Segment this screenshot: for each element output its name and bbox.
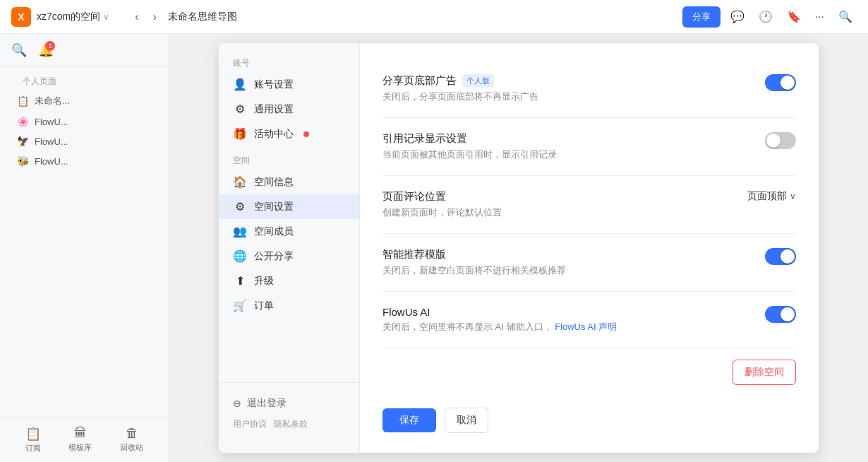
page-label: FlowU... bbox=[35, 136, 68, 147]
row-control bbox=[765, 74, 796, 91]
sidebar-item-activity-center[interactable]: 🎁 活动中心 bbox=[219, 122, 359, 146]
page-icon: 🐝 bbox=[17, 155, 29, 167]
forward-button[interactable]: › bbox=[147, 8, 162, 26]
page-title: 未命名思维导图 bbox=[168, 11, 237, 23]
logout-button[interactable]: ⊖ 退出登录 bbox=[233, 394, 345, 413]
personal-badge: 个人版 bbox=[462, 74, 494, 88]
delete-space-row: 删除空间 bbox=[382, 348, 796, 396]
nav-item-label: 升级 bbox=[254, 275, 274, 288]
nav-item-label: 公开分享 bbox=[254, 250, 294, 263]
smart-template-toggle[interactable] bbox=[765, 248, 796, 265]
sidebar-footer: 📋 订阅 🏛 模板库 🗑 回收站 bbox=[0, 417, 169, 462]
settings-row-citation: 引用记录显示设置 当前页面被其他页面引用时，显示引用记录 bbox=[382, 118, 796, 176]
bookmark-button[interactable]: 🔖 bbox=[783, 7, 805, 26]
share-button[interactable]: 分享 bbox=[682, 6, 721, 28]
orders-icon: 🛒 bbox=[233, 299, 247, 312]
list-item[interactable]: 🦅 FlowU... bbox=[11, 131, 157, 151]
list-item[interactable]: 📋 未命名... bbox=[11, 90, 157, 112]
row-info: 智能推荐模版 关闭后，新建空白页面将不进行相关模板推荐 bbox=[382, 248, 754, 277]
home-icon: 🏠 bbox=[233, 175, 247, 189]
page-label: 未命名... bbox=[35, 95, 70, 107]
sidebar-item-space-settings[interactable]: ⚙ 空间设置 bbox=[219, 194, 359, 219]
trash-icon: 🗑 bbox=[126, 426, 138, 441]
app-logo: X bbox=[11, 7, 31, 27]
logout-label: 退出登录 bbox=[247, 397, 287, 410]
sidebar-item-account-settings[interactable]: 👤 账号设置 bbox=[219, 72, 359, 97]
nav-item-label: 空间设置 bbox=[254, 201, 294, 213]
page-label: FlowU... bbox=[35, 117, 68, 127]
row-info: 页面评论位置 创建新页面时，评论默认位置 bbox=[382, 190, 736, 219]
nav-controls: ‹ › bbox=[129, 8, 162, 26]
page-label: FlowU... bbox=[35, 156, 68, 167]
history-button[interactable]: 🕐 bbox=[754, 7, 777, 26]
sidebar-search-button[interactable]: 🔍 bbox=[11, 42, 27, 58]
row-control bbox=[765, 248, 796, 265]
settings-row-share-ad: 分享页底部广告 个人版 关闭后，分享页面底部将不再显示广告 bbox=[382, 60, 796, 118]
delete-space-button[interactable]: 删除空间 bbox=[733, 360, 796, 385]
upgrade-icon: ⬆ bbox=[233, 274, 247, 288]
ai-declaration-link[interactable]: FlowUs AI 声明 bbox=[555, 321, 617, 332]
flowus-ai-toggle[interactable] bbox=[765, 306, 796, 323]
templates-icon: 🏛 bbox=[74, 426, 87, 441]
gear-icon: ⚙ bbox=[233, 102, 247, 116]
gift-icon: 🎁 bbox=[233, 127, 247, 141]
account-section: 账号 👤 账号设置 ⚙ 通用设置 🎁 活动中心 bbox=[219, 54, 359, 146]
list-item[interactable]: 🌸 FlowU... bbox=[11, 112, 157, 131]
sidebar-item-space-members[interactable]: 👥 空间成员 bbox=[219, 219, 359, 244]
back-button[interactable]: ‹ bbox=[129, 8, 144, 26]
footer-item-trash[interactable]: 🗑 回收站 bbox=[111, 423, 152, 456]
nav-item-label: 通用设置 bbox=[254, 103, 294, 116]
comment-position-select[interactable]: 页面顶部 ∨ bbox=[747, 190, 796, 203]
settings-icon: ⚙ bbox=[233, 200, 247, 213]
row-control bbox=[765, 132, 796, 149]
row-info: 分享页底部广告 个人版 关闭后，分享页面底部将不再显示广告 bbox=[382, 74, 754, 103]
members-icon: 👥 bbox=[233, 225, 247, 238]
agreement-link[interactable]: 用户协议 bbox=[233, 418, 267, 430]
citation-toggle[interactable] bbox=[765, 132, 796, 149]
search-button[interactable]: 🔍 bbox=[834, 7, 857, 26]
footer-item-orders[interactable]: 📋 订阅 bbox=[17, 423, 49, 456]
nav-item-label: 账号设置 bbox=[254, 78, 294, 91]
settings-row-flowus-ai: FlowUs AI 关闭后，空间里将不再显示 AI 辅助入口， FlowUs A… bbox=[382, 292, 796, 348]
user-icon: 👤 bbox=[233, 78, 247, 91]
settings-row-comment-position: 页面评论位置 创建新页面时，评论默认位置 页面顶部 ∨ bbox=[382, 176, 796, 234]
cancel-button[interactable]: 取消 bbox=[445, 408, 488, 433]
settings-row-smart-template: 智能推荐模版 关闭后，新建空白页面将不进行相关模板推荐 bbox=[382, 234, 796, 292]
chevron-down-icon: ∨ bbox=[790, 191, 796, 201]
row-desc: 关闭后，新建空白页面将不进行相关模板推荐 bbox=[382, 264, 754, 277]
list-item[interactable]: 🐝 FlowU... bbox=[11, 151, 157, 171]
footer-item-templates[interactable]: 🏛 模板库 bbox=[60, 423, 100, 456]
footer-item-label: 订阅 bbox=[25, 443, 41, 454]
sidebar-item-upgrade[interactable]: ⬆ 升级 bbox=[219, 268, 359, 293]
row-info: 引用记录显示设置 当前页面被其他页面引用时，显示引用记录 bbox=[382, 132, 754, 161]
workspace-name[interactable]: xz7com的空间 ∨ bbox=[37, 11, 109, 23]
page-icon: 🦅 bbox=[17, 136, 29, 147]
privacy-link[interactable]: 隐私条款 bbox=[274, 418, 308, 430]
space-section: 空间 🏠 空间信息 ⚙ 空间设置 👥 空间成员 bbox=[219, 152, 359, 318]
page-icon: 📋 bbox=[17, 95, 29, 107]
row-title: FlowUs AI bbox=[382, 306, 754, 318]
share-ad-toggle[interactable] bbox=[765, 74, 796, 91]
footer-item-label: 模板库 bbox=[68, 442, 92, 453]
row-title: 页面评论位置 bbox=[382, 190, 736, 203]
sidebar-item-orders[interactable]: 🛒 订单 bbox=[219, 293, 359, 318]
settings-content: 分享页底部广告 个人版 关闭后，分享页面底部将不再显示广告 bbox=[360, 43, 819, 453]
comment-button[interactable]: 💬 bbox=[726, 7, 749, 26]
workspace-chevron-icon: ∨ bbox=[103, 12, 109, 22]
space-section-title: 空间 bbox=[219, 152, 359, 170]
topbar: X xz7com的空间 ∨ ‹ › 未命名思维导图 分享 💬 🕐 🔖 ··· 🔍 bbox=[0, 0, 868, 34]
sidebar-item-general-settings[interactable]: ⚙ 通用设置 bbox=[219, 97, 359, 122]
save-button[interactable]: 保存 bbox=[382, 408, 436, 432]
nav-item-label: 空间成员 bbox=[254, 225, 294, 238]
nav-item-label: 活动中心 bbox=[254, 128, 294, 141]
sidebar-pages: 个人页面 📋 未命名... 🌸 FlowU... 🦅 FlowU... 🐝 Fl… bbox=[0, 67, 169, 177]
notification-button[interactable]: 🔔 1 bbox=[38, 42, 54, 58]
sidebar-item-space-info[interactable]: 🏠 空间信息 bbox=[219, 170, 359, 194]
activity-dot bbox=[303, 131, 309, 137]
settings-nav: 账号 👤 账号设置 ⚙ 通用设置 🎁 活动中心 bbox=[219, 43, 360, 453]
more-button[interactable]: ··· bbox=[811, 8, 828, 26]
row-desc: 关闭后，空间里将不再显示 AI 辅助入口， FlowUs AI 声明 bbox=[382, 321, 754, 333]
sidebar-top: 🔍 🔔 1 bbox=[0, 34, 169, 67]
sidebar-item-public-share[interactable]: 🌐 公开分享 bbox=[219, 244, 359, 268]
account-section-title: 账号 bbox=[219, 54, 359, 72]
